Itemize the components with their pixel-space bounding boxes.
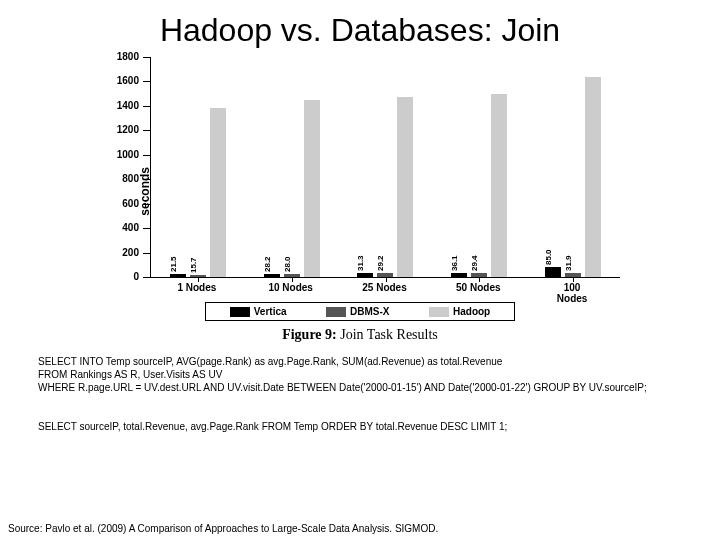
y-tick: 1400: [143, 106, 151, 107]
bar-value-label: 36.1: [450, 255, 459, 271]
x-tick-label: 50 Nodes: [456, 282, 500, 293]
y-tick: 600: [143, 204, 151, 205]
swatch-dbmsx-icon: [326, 307, 346, 317]
bar-hadoop: [397, 97, 413, 277]
figure-caption: Figure 9: Join Task Results: [100, 327, 620, 343]
bar-value-label: 29.4: [470, 256, 479, 272]
y-tick-label: 1200: [107, 124, 139, 135]
legend-label: Hadoop: [453, 306, 490, 317]
caption-prefix: Figure 9:: [282, 327, 337, 342]
bar-vertica: 36.1: [451, 273, 467, 277]
caption-text: Join Task Results: [337, 327, 438, 342]
y-tick-label: 800: [107, 173, 139, 184]
swatch-hadoop-icon: [429, 307, 449, 317]
bar-group: 85.031.9: [526, 57, 620, 277]
y-tick-label: 200: [107, 247, 139, 258]
bar-group: 28.228.0: [245, 57, 339, 277]
y-tick-label: 400: [107, 222, 139, 233]
bar-group: 31.329.2: [339, 57, 433, 277]
x-tick-label: 1 Nodes: [177, 282, 216, 293]
legend: Vertica DBMS-X Hadoop: [205, 302, 515, 321]
y-tick-label: 600: [107, 198, 139, 209]
y-tick-label: 1800: [107, 51, 139, 62]
bar-hadoop: [210, 108, 226, 277]
bar-value-label: 28.0: [283, 256, 292, 272]
legend-label: DBMS-X: [350, 306, 389, 317]
legend-label: Vertica: [254, 306, 287, 317]
bar-vertica: 31.3: [357, 273, 373, 277]
legend-item-dbmsx: DBMS-X: [326, 306, 389, 317]
bar-value-label: 31.3: [356, 256, 365, 272]
legend-item-vertica: Vertica: [230, 306, 287, 317]
bar-value-label: 21.5: [169, 257, 178, 273]
bar-group: 36.129.4: [432, 57, 526, 277]
chart-container: seconds 02004006008001000120014001600180…: [100, 57, 620, 343]
x-tick-label: 100 Nodes: [548, 282, 596, 304]
y-tick-label: 1600: [107, 75, 139, 86]
y-tick-label: 0: [107, 271, 139, 282]
y-tick: 1800: [143, 57, 151, 58]
y-tick: 400: [143, 228, 151, 229]
legend-item-hadoop: Hadoop: [429, 306, 490, 317]
bar-value-label: 29.2: [376, 256, 385, 272]
bar-value-label: 28.2: [263, 256, 272, 272]
y-tick: 1600: [143, 81, 151, 82]
y-axis-label: seconds: [138, 167, 152, 216]
y-tick-label: 1000: [107, 149, 139, 160]
bar-value-label: 85.0: [544, 249, 553, 265]
bar-vertica: 85.0: [545, 267, 561, 277]
bar-value-label: 15.7: [189, 258, 198, 274]
page-title: Hadoop vs. Databases: Join: [0, 12, 720, 49]
sql-query-1: SELECT INTO Temp sourceIP, AVG(page.Rank…: [38, 355, 700, 394]
x-axis: 1 Nodes10 Nodes25 Nodes50 Nodes100 Nodes: [150, 278, 620, 296]
y-tick-label: 1400: [107, 100, 139, 111]
bar-hadoop: [304, 100, 320, 277]
bar-value-label: 31.9: [564, 256, 573, 272]
y-tick: 1000: [143, 155, 151, 156]
plot-area: seconds 02004006008001000120014001600180…: [150, 57, 620, 278]
y-tick: 800: [143, 179, 151, 180]
bar-hadoop: [491, 94, 507, 277]
y-tick: 200: [143, 253, 151, 254]
swatch-vertica-icon: [230, 307, 250, 317]
x-tick-label: 25 Nodes: [362, 282, 406, 293]
bar-vertica: 21.5: [170, 274, 186, 277]
sql-query-2: SELECT sourceIP, total.Revenue, avg.Page…: [38, 420, 700, 433]
bar-group: 21.515.7: [151, 57, 245, 277]
y-tick: 1200: [143, 130, 151, 131]
bar-vertica: 28.2: [264, 274, 280, 277]
x-tick-label: 10 Nodes: [268, 282, 312, 293]
source-citation: Source: Pavlo et al. (2009) A Comparison…: [8, 523, 438, 534]
bar-hadoop: [585, 77, 601, 277]
